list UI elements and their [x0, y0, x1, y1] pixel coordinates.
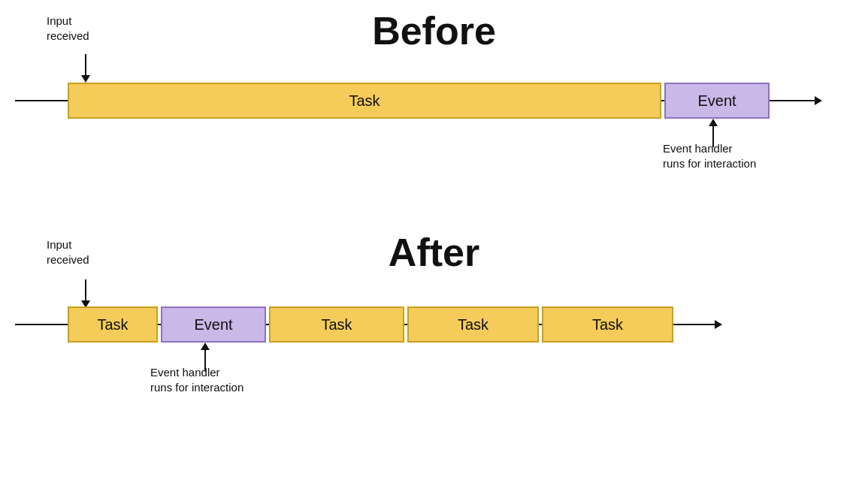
before-input-arrow	[81, 54, 90, 83]
after-task-box-4: Task	[542, 306, 673, 343]
main-container: Before Input received Task Event	[0, 0, 868, 486]
after-input-arrow	[81, 279, 90, 308]
after-task-box-1: Task	[68, 306, 158, 343]
after-line-right	[673, 324, 715, 325]
before-line-left	[15, 100, 68, 101]
before-event-box: Event	[664, 83, 770, 119]
after-arrow-right	[715, 320, 722, 329]
after-task-box-2: Task	[269, 306, 404, 343]
after-event-box: Event	[161, 306, 266, 343]
after-title: After	[389, 231, 479, 274]
before-timeline: Task Event	[15, 83, 853, 119]
before-title: Before	[372, 9, 496, 53]
after-event-handler-label: Event handler runs for interaction	[150, 365, 243, 394]
before-event-handler-label: Event handler runs for interaction	[663, 141, 756, 171]
before-arrow-right	[815, 96, 822, 105]
after-task-box-3: Task	[407, 306, 539, 343]
after-line-left	[15, 324, 68, 325]
before-input-label: Input received	[47, 14, 89, 43]
after-section: After Input received Task Event	[0, 225, 868, 458]
after-input-label: Input received	[47, 237, 89, 267]
before-section: Before Input received Task Event	[0, 8, 868, 225]
before-task-box: Task	[68, 83, 661, 119]
before-line-right	[770, 100, 815, 101]
after-timeline: Task Event Task Task Task	[15, 306, 853, 343]
